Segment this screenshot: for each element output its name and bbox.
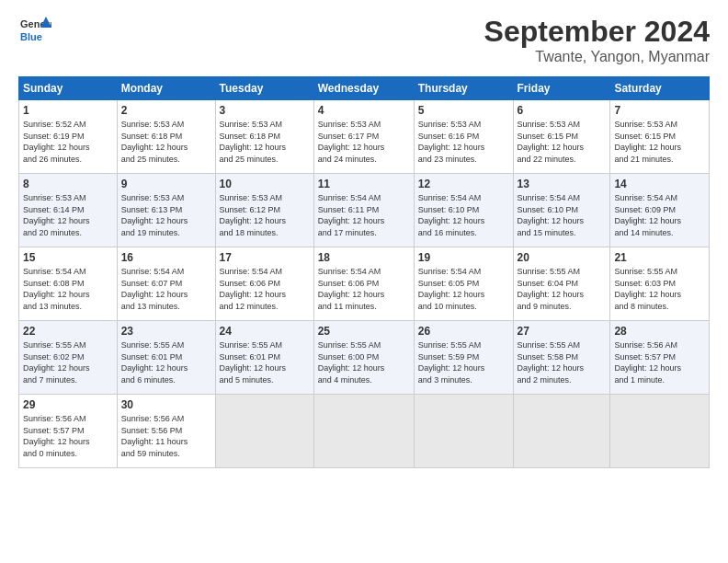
calendar-cell: 29Sunrise: 5:56 AM Sunset: 5:57 PM Dayli…: [19, 395, 118, 468]
day-info: Sunrise: 5:54 AM Sunset: 6:10 PM Dayligh…: [518, 192, 607, 238]
day-info: Sunrise: 5:54 AM Sunset: 6:06 PM Dayligh…: [220, 266, 310, 312]
logo: General Blue: [18, 15, 51, 48]
day-number: 13: [518, 178, 607, 190]
day-info: Sunrise: 5:54 AM Sunset: 6:06 PM Dayligh…: [318, 266, 410, 312]
calendar-cell: 10Sunrise: 5:53 AM Sunset: 6:12 PM Dayli…: [215, 174, 313, 247]
day-number: 17: [220, 251, 310, 264]
main-title: September 2024: [484, 15, 710, 49]
day-number: 10: [220, 178, 310, 190]
calendar-cell: 2Sunrise: 5:53 AM Sunset: 6:18 PM Daylig…: [117, 100, 215, 174]
day-info: Sunrise: 5:55 AM Sunset: 6:04 PM Dayligh…: [518, 266, 607, 312]
day-number: 24: [220, 325, 310, 338]
svg-text:Blue: Blue: [20, 31, 42, 42]
day-number: 18: [318, 251, 410, 264]
calendar-cell: 15Sunrise: 5:54 AM Sunset: 6:08 PM Dayli…: [19, 247, 118, 321]
title-block: September 2024 Twante, Yangon, Myanmar: [484, 15, 710, 65]
day-info: Sunrise: 5:55 AM Sunset: 6:01 PM Dayligh…: [220, 339, 310, 385]
day-number: 22: [23, 325, 113, 338]
calendar-cell: [513, 395, 610, 468]
calendar-cell: 20Sunrise: 5:55 AM Sunset: 6:04 PM Dayli…: [513, 247, 610, 321]
day-number: 5: [418, 104, 509, 117]
day-number: 26: [418, 325, 509, 338]
day-info: Sunrise: 5:54 AM Sunset: 6:08 PM Dayligh…: [23, 266, 113, 312]
logo-svg: General Blue: [18, 15, 51, 48]
calendar-cell: 27Sunrise: 5:55 AM Sunset: 5:58 PM Dayli…: [513, 321, 610, 395]
day-info: Sunrise: 5:53 AM Sunset: 6:13 PM Dayligh…: [121, 192, 211, 238]
calendar-cell: 30Sunrise: 5:56 AM Sunset: 5:56 PM Dayli…: [117, 395, 215, 468]
day-number: 2: [121, 104, 211, 117]
calendar-cell: [610, 395, 710, 468]
day-number: 12: [418, 178, 509, 190]
calendar-cell: [313, 395, 414, 468]
day-number: 14: [614, 178, 705, 190]
day-info: Sunrise: 5:55 AM Sunset: 5:58 PM Dayligh…: [518, 339, 607, 385]
day-info: Sunrise: 5:54 AM Sunset: 6:10 PM Dayligh…: [418, 192, 509, 238]
calendar-cell: 21Sunrise: 5:55 AM Sunset: 6:03 PM Dayli…: [610, 247, 710, 321]
calendar-cell: 3Sunrise: 5:53 AM Sunset: 6:18 PM Daylig…: [215, 100, 313, 174]
week-row-4: 22Sunrise: 5:55 AM Sunset: 6:02 PM Dayli…: [19, 321, 710, 395]
day-info: Sunrise: 5:55 AM Sunset: 6:02 PM Dayligh…: [23, 339, 113, 385]
calendar-cell: 25Sunrise: 5:55 AM Sunset: 6:00 PM Dayli…: [313, 321, 414, 395]
day-number: 16: [121, 251, 211, 264]
day-info: Sunrise: 5:52 AM Sunset: 6:19 PM Dayligh…: [23, 119, 113, 165]
day-number: 28: [614, 325, 705, 338]
day-info: Sunrise: 5:54 AM Sunset: 6:11 PM Dayligh…: [318, 192, 410, 238]
calendar-cell: 28Sunrise: 5:56 AM Sunset: 5:57 PM Dayli…: [610, 321, 710, 395]
day-info: Sunrise: 5:53 AM Sunset: 6:15 PM Dayligh…: [518, 119, 607, 165]
day-number: 6: [518, 104, 607, 117]
week-row-2: 8Sunrise: 5:53 AM Sunset: 6:14 PM Daylig…: [19, 174, 710, 247]
day-number: 20: [518, 251, 607, 264]
calendar-cell: 7Sunrise: 5:53 AM Sunset: 6:15 PM Daylig…: [610, 100, 710, 174]
day-number: 15: [23, 251, 113, 264]
calendar-table: SundayMondayTuesdayWednesdayThursdayFrid…: [18, 76, 710, 468]
day-number: 21: [614, 251, 705, 264]
calendar-cell: 18Sunrise: 5:54 AM Sunset: 6:06 PM Dayli…: [313, 247, 414, 321]
day-number: 1: [23, 104, 113, 117]
calendar-cell: 12Sunrise: 5:54 AM Sunset: 6:10 PM Dayli…: [414, 174, 513, 247]
day-number: 7: [614, 104, 705, 117]
day-info: Sunrise: 5:55 AM Sunset: 6:00 PM Dayligh…: [318, 339, 410, 385]
calendar-cell: 4Sunrise: 5:53 AM Sunset: 6:17 PM Daylig…: [313, 100, 414, 174]
day-info: Sunrise: 5:55 AM Sunset: 6:03 PM Dayligh…: [614, 266, 705, 312]
calendar-cell: 5Sunrise: 5:53 AM Sunset: 6:16 PM Daylig…: [414, 100, 513, 174]
day-info: Sunrise: 5:54 AM Sunset: 6:09 PM Dayligh…: [614, 192, 705, 238]
day-number: 11: [318, 178, 410, 190]
day-number: 25: [318, 325, 410, 338]
weekday-header-sunday: Sunday: [19, 77, 118, 100]
week-row-5: 29Sunrise: 5:56 AM Sunset: 5:57 PM Dayli…: [19, 395, 710, 468]
day-number: 8: [23, 178, 113, 190]
calendar-cell: 13Sunrise: 5:54 AM Sunset: 6:10 PM Dayli…: [513, 174, 610, 247]
weekday-header-wednesday: Wednesday: [313, 77, 414, 100]
calendar-cell: 23Sunrise: 5:55 AM Sunset: 6:01 PM Dayli…: [117, 321, 215, 395]
day-info: Sunrise: 5:54 AM Sunset: 6:07 PM Dayligh…: [121, 266, 211, 312]
calendar-cell: [215, 395, 313, 468]
weekday-header-friday: Friday: [513, 77, 610, 100]
week-row-1: 1Sunrise: 5:52 AM Sunset: 6:19 PM Daylig…: [19, 100, 710, 174]
weekday-header-monday: Monday: [117, 77, 215, 100]
calendar-cell: 16Sunrise: 5:54 AM Sunset: 6:07 PM Dayli…: [117, 247, 215, 321]
calendar-cell: 17Sunrise: 5:54 AM Sunset: 6:06 PM Dayli…: [215, 247, 313, 321]
calendar-cell: [414, 395, 513, 468]
day-number: 4: [318, 104, 410, 117]
weekday-header-saturday: Saturday: [610, 77, 710, 100]
calendar-cell: 26Sunrise: 5:55 AM Sunset: 5:59 PM Dayli…: [414, 321, 513, 395]
day-info: Sunrise: 5:54 AM Sunset: 6:05 PM Dayligh…: [418, 266, 509, 312]
calendar-cell: 24Sunrise: 5:55 AM Sunset: 6:01 PM Dayli…: [215, 321, 313, 395]
day-info: Sunrise: 5:53 AM Sunset: 6:16 PM Dayligh…: [418, 119, 509, 165]
calendar-cell: 1Sunrise: 5:52 AM Sunset: 6:19 PM Daylig…: [19, 100, 118, 174]
day-info: Sunrise: 5:53 AM Sunset: 6:15 PM Dayligh…: [614, 119, 705, 165]
calendar-cell: 9Sunrise: 5:53 AM Sunset: 6:13 PM Daylig…: [117, 174, 215, 247]
weekday-header-thursday: Thursday: [414, 77, 513, 100]
day-info: Sunrise: 5:55 AM Sunset: 5:59 PM Dayligh…: [418, 339, 509, 385]
calendar-cell: 11Sunrise: 5:54 AM Sunset: 6:11 PM Dayli…: [313, 174, 414, 247]
day-info: Sunrise: 5:53 AM Sunset: 6:12 PM Dayligh…: [220, 192, 310, 238]
day-number: 30: [121, 398, 211, 411]
day-info: Sunrise: 5:53 AM Sunset: 6:17 PM Dayligh…: [318, 119, 410, 165]
weekday-header-row: SundayMondayTuesdayWednesdayThursdayFrid…: [19, 77, 710, 100]
page: General Blue September 2024 Twante, Yang…: [0, 0, 728, 563]
day-number: 27: [518, 325, 607, 338]
subtitle: Twante, Yangon, Myanmar: [484, 49, 710, 65]
day-info: Sunrise: 5:53 AM Sunset: 6:18 PM Dayligh…: [121, 119, 211, 165]
day-info: Sunrise: 5:56 AM Sunset: 5:57 PM Dayligh…: [614, 339, 705, 385]
week-row-3: 15Sunrise: 5:54 AM Sunset: 6:08 PM Dayli…: [19, 247, 710, 321]
